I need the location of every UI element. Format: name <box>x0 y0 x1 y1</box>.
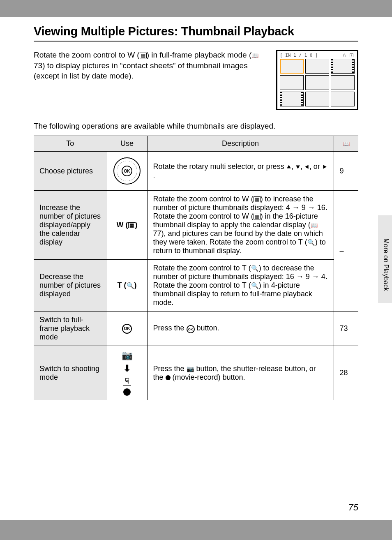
row-ref: – <box>334 191 358 312</box>
thumbnail-icon: ▦ <box>128 222 135 228</box>
thumbnail-preview: [ IN 1 / 1 0 ] ⎙ ⚿ <box>276 50 358 110</box>
col-to: To <box>34 136 107 152</box>
row-use: 📷 ⬇ ☟ <box>107 346 147 400</box>
row-use: OK <box>107 152 147 191</box>
row-to: Choose pictures <box>34 152 107 191</box>
row-to: Switch to shooting mode <box>34 346 107 400</box>
intro-block: Rotate the zoom control to W (▦) in full… <box>34 50 358 110</box>
row-use: T (🔍) <box>107 260 147 312</box>
row-desc: Rotate the zoom control to T (🔍) to decr… <box>147 260 334 312</box>
row-desc: Rotate the zoom control to W (▦) to incr… <box>147 191 334 260</box>
camera-icon: 📷 <box>122 350 133 361</box>
row-desc: Rotate the rotary multi selector, or pre… <box>147 152 334 191</box>
rotary-selector-icon: OK <box>113 157 141 185</box>
page-title: Viewing Multiple Pictures: Thumbnail Pla… <box>34 25 358 42</box>
side-section-label: More on Playback <box>382 238 390 291</box>
operations-table: To Use Description 📖 Choose pictures OK … <box>34 136 358 400</box>
row-use: OK <box>107 312 147 346</box>
row-use: W (▦) <box>107 191 147 260</box>
thumb-counter: [ IN 1 / 1 0 ] <box>280 53 318 58</box>
magnifier-icon: 🔍 <box>127 282 134 289</box>
shutter-press-icon: ☟ <box>123 376 131 386</box>
intro-text: Rotate the zoom control to W (▦) in full… <box>34 50 260 110</box>
row-ref: 9 <box>334 152 358 191</box>
page-number: 75 <box>348 502 358 513</box>
lead-text: The following operations are available w… <box>34 122 358 131</box>
col-ref: 📖 <box>334 136 358 152</box>
row-desc: Press the OK button. <box>147 312 334 346</box>
col-use: Use <box>107 136 147 152</box>
col-desc: Description <box>147 136 334 152</box>
row-ref: 28 <box>334 346 358 400</box>
row-to: Increase the number of pictures displaye… <box>34 191 107 260</box>
row-to: Decrease the number of pictures displaye… <box>34 260 107 312</box>
arrow-down-icon: ⬇ <box>123 363 131 374</box>
row-ref: 73 <box>334 312 358 346</box>
ok-button-icon: OK <box>122 324 132 334</box>
left-triangle-icon <box>304 164 309 169</box>
thumb-status-icons: ⎙ ⚿ <box>343 53 355 58</box>
row-desc: Press the 📷 button, the shutter-release … <box>147 346 334 400</box>
up-triangle-icon <box>286 164 291 169</box>
magnifier-icon: 🔍 <box>307 239 315 246</box>
book-icon: 📖 <box>343 141 350 147</box>
right-triangle-icon <box>322 164 327 169</box>
down-triangle-icon <box>295 164 300 169</box>
record-dot-icon <box>123 388 131 396</box>
row-to: Switch to full-frame playback mode <box>34 312 107 346</box>
